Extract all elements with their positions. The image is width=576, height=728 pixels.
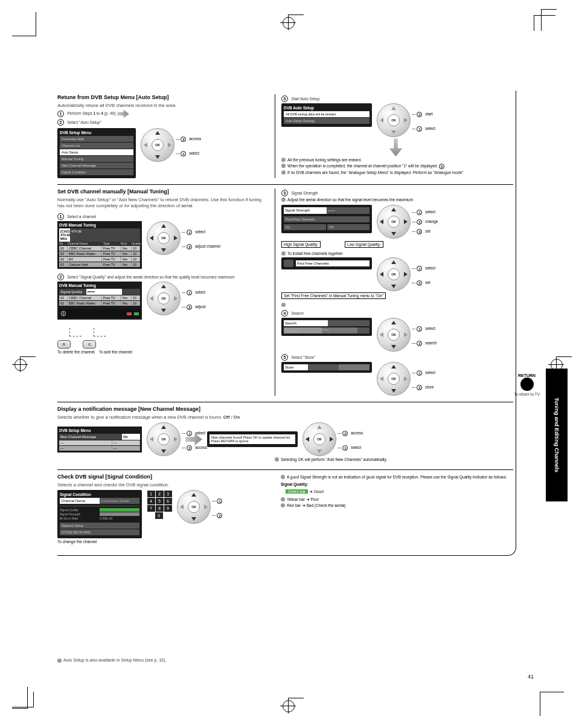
dpad-icon[interactable]: OK	[147, 221, 181, 255]
side-tab: Tuning and Editing Channels	[546, 369, 568, 501]
find-free-box: Find Free Channels	[281, 257, 372, 269]
section1-title: Retune from DVB Setup Menu [Auto Setup]	[57, 94, 269, 100]
page-content: Retune from DVB Setup Menu [Auto Setup] …	[57, 91, 516, 556]
dpad-icon[interactable]: OK	[177, 490, 211, 524]
step-1-icon: 1	[57, 111, 64, 117]
high-quality-label: High Signal Quality:	[281, 241, 321, 248]
section1-intro: Automatically retune all DVB channels re…	[57, 103, 269, 108]
dpad-icon[interactable]: OK	[377, 318, 411, 352]
registration-top	[280, 14, 296, 30]
world-icon	[60, 311, 66, 317]
return-hint: To return to TV	[514, 392, 540, 396]
dpad-icon[interactable]: OK	[141, 128, 174, 162]
crop-mark-tl	[12, 12, 36, 36]
section3-title: Display a notification message [New Chan…	[57, 406, 513, 412]
step-3-icon: 3	[281, 95, 288, 102]
section-auto-setup: Retune from DVB Setup Menu [Auto Setup] …	[57, 91, 513, 184]
section4-title: Check DVB signal [Signal Condition]	[57, 474, 269, 480]
arrow-right-icon	[117, 109, 129, 118]
section-manual-tuning: Set DVB channel manually [Manual Tuning]…	[57, 184, 513, 401]
section4-intro: Selects a channel and checks the DVB sig…	[57, 482, 269, 488]
manual-tuning-table-2: DVB Manual Tuning Signal Quality━━━ 62CB…	[57, 282, 142, 320]
return-button[interactable]: RETURN To return to TV	[514, 373, 540, 396]
step-1-icon: 1	[57, 213, 64, 220]
new-channel-menu: DVB Setup Menu New Channel MessageOn —— …	[57, 427, 142, 453]
registration-left	[12, 356, 28, 372]
section-signal-condition: Check DVB signal [Signal Condition] Sele…	[57, 469, 513, 555]
signal-strength-box: Signal Strength━━━ Find Free Channels On…	[281, 205, 372, 233]
dpad-icon[interactable]: OK	[147, 282, 181, 315]
number-pad[interactable]: 123 456 789 0	[147, 490, 172, 519]
signal-condition-box: Signal Condition Channel NameCoronation …	[57, 490, 142, 538]
dvb-setup-menu: DVB Setup Menu Favourites Edit Channel L…	[57, 128, 136, 178]
dpad-icon[interactable]: OK	[302, 422, 336, 456]
section2-intro: Normally use "Auto Setup" or "Add New Ch…	[57, 197, 269, 208]
registration-bottom	[280, 698, 296, 714]
section2-title: Set DVB channel manually [Manual Tuning]	[57, 188, 269, 195]
section3-intro: Selects whether to give a notification m…	[57, 414, 513, 420]
step-4-icon: 4	[281, 310, 288, 317]
crop-mark-bl	[12, 692, 36, 716]
step-3-icon: 3	[281, 190, 288, 196]
step-2-icon: 2	[57, 274, 64, 280]
green-button[interactable]: G	[83, 340, 96, 349]
dpad-icon[interactable]: OK	[377, 257, 411, 291]
crop-mark-br	[540, 692, 564, 716]
red-button[interactable]: R	[57, 340, 71, 349]
dpad-icon[interactable]: OK	[377, 205, 411, 239]
dpad-icon[interactable]: OK	[377, 103, 411, 137]
footer-note: Auto Setup is also available in Setup Me…	[57, 658, 166, 663]
search-box: Search Progress━━━	[281, 318, 372, 336]
store-box: Store	[281, 362, 372, 373]
section-new-channel-message: Display a notification message [New Chan…	[57, 402, 513, 469]
menu-footer-bar	[59, 309, 140, 318]
new-channel-msg-box: New channels found! Press OK to update c…	[207, 431, 298, 447]
page-number: 41	[528, 674, 534, 680]
install-note: Set "Find Free Channels" in Manual Tunin…	[281, 292, 386, 299]
auto-setup-warning: DVB Auto Setup All DVB tuning data will …	[281, 103, 372, 127]
return-icon	[520, 378, 534, 391]
dpad-icon[interactable]: OK	[377, 362, 411, 396]
manual-tuning-table: DVB Manual Tuning [CH21] 474.00 MHz474.0…	[57, 221, 142, 269]
low-quality-label: Low Signal Quality:	[345, 241, 383, 248]
return-label: RETURN	[514, 373, 540, 378]
step-2-icon: 2	[57, 119, 64, 126]
arrow-down-icon	[389, 138, 403, 156]
dpad-icon[interactable]: OK	[147, 422, 181, 456]
crop-mark-tr	[534, 15, 558, 39]
step-5-icon: 5	[281, 354, 288, 361]
